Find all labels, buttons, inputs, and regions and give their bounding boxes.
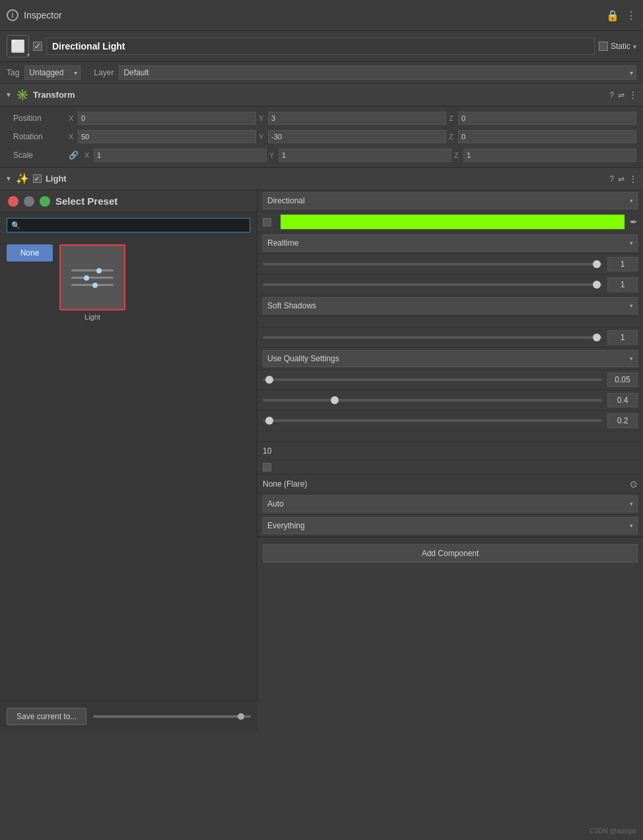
static-checkbox[interactable] bbox=[599, 42, 608, 51]
position-x-input[interactable]: 0 bbox=[78, 112, 256, 125]
search-input[interactable] bbox=[23, 221, 246, 230]
strength-handle[interactable] bbox=[593, 333, 601, 341]
position-y-input[interactable] bbox=[268, 112, 446, 125]
indirect-track[interactable] bbox=[263, 283, 602, 286]
light-collapse-arrow[interactable]: ▼ bbox=[5, 175, 12, 182]
rotation-x-item: X bbox=[69, 130, 256, 143]
circle-red[interactable] bbox=[8, 196, 18, 207]
intensity-handle[interactable] bbox=[593, 260, 601, 268]
shadow-dropdown[interactable]: Soft Shadows ▾ bbox=[263, 297, 638, 314]
render-mode-dropdown[interactable]: Auto ▾ bbox=[263, 495, 638, 512]
inspector-title: Inspector bbox=[24, 10, 606, 20]
bias-track[interactable] bbox=[263, 378, 602, 381]
scale-x-input[interactable] bbox=[94, 149, 267, 162]
intensity-track[interactable] bbox=[263, 263, 602, 265]
culling-mask-dropdown[interactable]: Everything ▾ bbox=[263, 517, 638, 534]
cookie-checkbox[interactable] bbox=[263, 463, 271, 472]
indirect-value[interactable] bbox=[607, 277, 638, 292]
shadow-type-row: Soft Shadows ▾ bbox=[257, 295, 643, 317]
cookie-row bbox=[257, 460, 643, 475]
position-y-item: Y bbox=[259, 112, 446, 125]
light-mode-row: Realtime ▾ bbox=[257, 232, 643, 254]
cube-dropdown-arrow: ▾ bbox=[27, 52, 30, 58]
add-component-button[interactable]: Add Component bbox=[263, 544, 638, 563]
preset-light-item[interactable]: Light bbox=[59, 244, 125, 321]
scale-lock-icon[interactable]: 🔗 bbox=[69, 151, 82, 160]
indirect-handle[interactable] bbox=[593, 281, 601, 289]
preset-header: Select Preset bbox=[0, 190, 257, 213]
object-name-field[interactable] bbox=[46, 38, 595, 55]
transform-collapse-arrow[interactable]: ▼ bbox=[5, 91, 12, 98]
intensity-row bbox=[257, 254, 643, 275]
more-options-icon[interactable]: ⋮ bbox=[626, 9, 636, 22]
circle-gray[interactable] bbox=[24, 196, 34, 207]
bias-value[interactable] bbox=[607, 372, 638, 387]
save-slider[interactable] bbox=[93, 715, 251, 718]
scale-xyz: X Y Z bbox=[85, 149, 636, 162]
scale-y-input[interactable] bbox=[279, 149, 452, 162]
strength-track[interactable] bbox=[263, 336, 602, 339]
transform-section-header: ▼ ✳️ Transform ? ⇌ ⋮ bbox=[0, 84, 643, 106]
strength-value[interactable] bbox=[607, 330, 638, 345]
position-z-input[interactable] bbox=[458, 112, 636, 125]
object-cube-icon[interactable]: ⬜ ▾ bbox=[7, 35, 29, 57]
search-icon: 🔍 bbox=[11, 221, 20, 230]
color-checkbox[interactable] bbox=[263, 218, 271, 227]
tag-select[interactable]: Untagged bbox=[24, 65, 81, 80]
light-enabled-checkbox[interactable]: ✓ bbox=[33, 174, 42, 183]
light-type-dropdown[interactable]: Directional ▾ bbox=[263, 192, 638, 209]
color-bar[interactable] bbox=[281, 215, 625, 229]
preset-none-item[interactable]: None bbox=[7, 244, 53, 262]
light-icon: ✨ bbox=[16, 172, 29, 185]
light-type-label: Directional bbox=[267, 196, 305, 205]
save-current-button[interactable]: Save current to... bbox=[7, 708, 86, 725]
rotation-z-input[interactable] bbox=[458, 130, 636, 143]
layer-select-wrapper[interactable]: Default bbox=[119, 65, 636, 80]
position-x-item: X 0 bbox=[69, 112, 256, 125]
layer-select[interactable]: Default bbox=[119, 65, 636, 80]
circle-green[interactable] bbox=[40, 196, 50, 207]
static-dropdown-arrow[interactable]: ▾ bbox=[633, 43, 636, 50]
normal-bias-value[interactable] bbox=[607, 393, 638, 407]
spacer-row bbox=[257, 317, 643, 328]
tag-select-wrapper[interactable]: Untagged bbox=[24, 65, 81, 80]
transform-more-icon[interactable]: ⋮ bbox=[628, 90, 638, 100]
near-plane-value[interactable] bbox=[607, 413, 638, 428]
range-row: 10 bbox=[257, 442, 643, 460]
near-plane-track[interactable] bbox=[263, 419, 602, 422]
flare-target-icon[interactable]: ⊙ bbox=[630, 479, 638, 489]
use-quality-dropdown[interactable]: Use Quality Settings ▾ bbox=[263, 350, 638, 367]
save-slider-handle[interactable] bbox=[238, 713, 244, 720]
rotation-y-input[interactable] bbox=[268, 130, 446, 143]
normal-bias-track[interactable] bbox=[263, 399, 602, 402]
preset-light-label: Light bbox=[85, 313, 100, 321]
light-mode-dropdown[interactable]: Realtime ▾ bbox=[263, 234, 638, 252]
light-more-icon[interactable]: ⋮ bbox=[628, 174, 638, 184]
culling-mask-label: Everything bbox=[267, 521, 305, 530]
rotation-xyz: X Y Z bbox=[69, 130, 636, 143]
scale-z-item: Z bbox=[454, 149, 636, 162]
save-row: Save current to... bbox=[0, 701, 257, 732]
object-active-checkbox[interactable]: ✓ bbox=[33, 42, 42, 51]
flare-row: None (Flare) ⊙ bbox=[257, 475, 643, 493]
lock-icon[interactable]: 🔒 bbox=[606, 9, 619, 22]
rotation-x-input[interactable] bbox=[78, 130, 256, 143]
normal-bias-handle[interactable] bbox=[331, 396, 339, 404]
near-plane-handle[interactable] bbox=[265, 417, 273, 425]
light-sliders-icon[interactable]: ⇌ bbox=[618, 174, 625, 184]
transform-sliders-icon[interactable]: ⇌ bbox=[618, 90, 625, 100]
preset-light-thumbnail[interactable] bbox=[59, 244, 125, 310]
object-header: ⬜ ▾ ✓ Static ▾ bbox=[0, 31, 643, 62]
scale-z-input[interactable] bbox=[463, 149, 636, 162]
intensity-value[interactable] bbox=[607, 257, 638, 271]
light-help-icon[interactable]: ? bbox=[609, 174, 614, 184]
static-checkbox-group: Static ▾ bbox=[599, 42, 636, 51]
eyedropper-icon[interactable]: ✒ bbox=[630, 217, 638, 227]
position-row: Position X 0 Y Z bbox=[0, 109, 643, 127]
preset-grid: None bbox=[0, 238, 257, 328]
tag-layer-row: Tag Untagged Layer Default bbox=[0, 62, 643, 84]
transform-help-icon[interactable]: ? bbox=[609, 90, 614, 100]
bias-handle[interactable] bbox=[265, 376, 273, 384]
scale-y-item: Y bbox=[269, 149, 452, 162]
preset-none-btn[interactable]: None bbox=[7, 244, 53, 262]
